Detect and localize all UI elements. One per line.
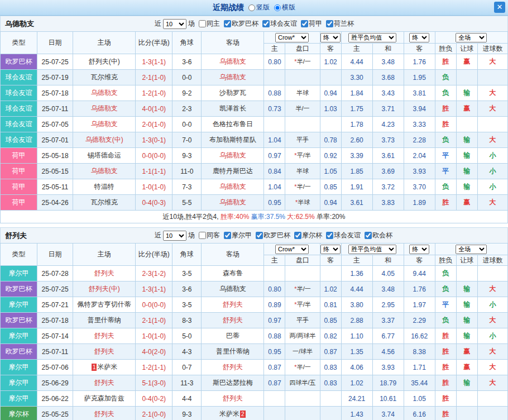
fullmatch-select[interactable]: 全场 (456, 245, 487, 254)
crow-away-odds (320, 407, 341, 420)
league-filter[interactable]: 同主 (199, 19, 220, 28)
avg-draw-odds: 3.71 (372, 101, 404, 117)
handicap: 平手 (285, 132, 320, 148)
result-goals: 大 (477, 54, 507, 70)
match-row: 荷甲25-05-18锡塔德命运0-0(0-0)9-3乌德勒支0.97*平/半0.… (1, 148, 508, 164)
team-name-text: 舒列夫 (223, 300, 243, 308)
crow-home-odds (264, 391, 285, 407)
avg-draw-odds: 3.48 (372, 54, 404, 70)
result-wdl: 胜 (435, 54, 456, 70)
team-name-text: 乌德勒支 (219, 285, 246, 293)
bookmaker-header-cell: Crow* (264, 244, 320, 255)
match-date: 25-07-01 (37, 132, 73, 148)
league-filter-checkbox[interactable] (199, 232, 206, 239)
score: 1-3(0-1) (136, 132, 172, 148)
bookmaker-select[interactable]: Crow* (275, 245, 309, 254)
avg-odds-select[interactable]: 胜平负均值 (348, 33, 396, 42)
result-goals: 大 (477, 313, 507, 328)
league-badge: 欧罗巴杯 (1, 281, 37, 297)
league-filter[interactable]: 欧会杯 (365, 231, 392, 240)
handicap: *半/一 (285, 54, 320, 70)
league-filter[interactable]: 摩尔甲 (224, 231, 252, 240)
league-filter[interactable]: 欧罗巴杯 (256, 231, 290, 240)
league-badge: 摩尔甲 (1, 328, 37, 344)
league-filter-checkbox[interactable] (256, 232, 263, 239)
vertical-layout-radio[interactable] (248, 4, 255, 11)
corners: 3-5 (172, 297, 202, 313)
home-team: 1米萨米 (73, 360, 136, 375)
league-filter-checkbox[interactable] (365, 232, 372, 239)
column-header: 比分(半场) (136, 244, 172, 266)
league-filter-label: 欧罗巴杯 (232, 19, 258, 28)
league-filter-checkbox[interactable] (294, 232, 301, 239)
league-filter-checkbox[interactable] (326, 232, 333, 239)
fullmatch-select[interactable]: 全场 (456, 33, 487, 42)
result-handicap: 赢 (456, 195, 477, 211)
league-filter[interactable]: 荷兰杯 (326, 19, 354, 28)
league-filter-checkbox[interactable] (224, 20, 231, 27)
column-header: 主场 (73, 244, 136, 266)
layout-option-vertical[interactable]: 竖版 (248, 3, 270, 12)
league-badge: 摩尔甲 (1, 360, 37, 375)
league-filter[interactable]: 同客 (199, 231, 220, 240)
final-odds-select-2[interactable]: 终 (409, 33, 429, 42)
score: 2-3(1-2) (136, 266, 172, 281)
league-filter-label: 球会友谊 (270, 19, 297, 28)
league-filter[interactable]: 摩尔杯 (294, 231, 322, 240)
corners: 0-0 (172, 117, 202, 132)
corners: 5-0 (172, 328, 202, 344)
handicap: *平/半 (285, 148, 320, 164)
league-filter-checkbox[interactable] (262, 20, 270, 27)
sub-column-header: 主 (341, 44, 372, 54)
result-goals: 大 (477, 132, 507, 148)
result-goals (477, 266, 507, 281)
match-date: 25-07-19 (37, 70, 73, 85)
crow-away-odds (320, 70, 341, 85)
team-name-text: 色格拉布鲁日 (213, 120, 253, 128)
layout-option-horizontal[interactable]: 横版 (274, 3, 295, 12)
avg-draw-odds: 2.95 (372, 297, 404, 313)
avg-home-odds: 4.06 (341, 360, 372, 375)
crow-away-odds (320, 117, 341, 132)
final-odds-select-2[interactable]: 终 (409, 245, 429, 254)
corners: 9-2 (172, 85, 202, 101)
scope-header-cell: 全场 (435, 244, 507, 255)
league-filter[interactable]: 荷甲 (301, 19, 322, 28)
games-count-select[interactable]: 10 (163, 19, 186, 29)
result-wdl: 负 (435, 132, 456, 148)
match-date: 25-07-11 (37, 101, 73, 117)
result-goals (477, 407, 507, 420)
result-handicap: 赢 (456, 101, 477, 117)
avg-draw-odds: 3.93 (372, 360, 404, 375)
league-badge: 球会友谊 (1, 101, 37, 117)
avg-odds-select[interactable]: 胜平负均值 (348, 245, 396, 254)
home-team: 锡塔德命运 (73, 148, 136, 164)
result-goals: 大 (477, 375, 507, 391)
horizontal-layout-radio[interactable] (274, 4, 281, 11)
league-filter-checkbox[interactable] (301, 20, 308, 27)
league-filter[interactable]: 球会友谊 (262, 19, 297, 28)
corners: 3-6 (172, 281, 202, 297)
final-odds-select[interactable]: 终 (320, 33, 341, 42)
bookmaker-select[interactable]: Crow* (275, 33, 309, 42)
home-team: 瓦尔维克 (73, 195, 136, 211)
league-filter[interactable]: 球会友谊 (326, 231, 361, 240)
league-filter[interactable]: 欧罗巴杯 (224, 19, 258, 28)
result-handicap: 输 (456, 281, 477, 297)
crow-home-odds: 0.97 (264, 148, 285, 164)
crow-home-odds: 0.95 (264, 344, 285, 360)
league-filter-checkbox[interactable] (199, 20, 206, 27)
league-filter-checkbox[interactable] (224, 232, 231, 239)
home-team: 舒列夫(中) (73, 54, 136, 70)
result-handicap: 输 (456, 148, 477, 164)
games-count-select[interactable]: 10 (163, 231, 186, 241)
league-filter-checkbox[interactable] (326, 20, 333, 27)
column-header: 客场 (202, 32, 264, 54)
match-date: 25-06-22 (37, 391, 73, 407)
league-badge: 摩尔甲 (1, 391, 37, 407)
final-odds-header-cell-2: 终 (404, 32, 435, 44)
final-odds-select[interactable]: 终 (320, 245, 341, 254)
avg-home-odds: 24.21 (341, 391, 372, 407)
close-button[interactable]: ✕ (494, 2, 505, 13)
avg-away-odds: 2.04 (404, 148, 435, 164)
